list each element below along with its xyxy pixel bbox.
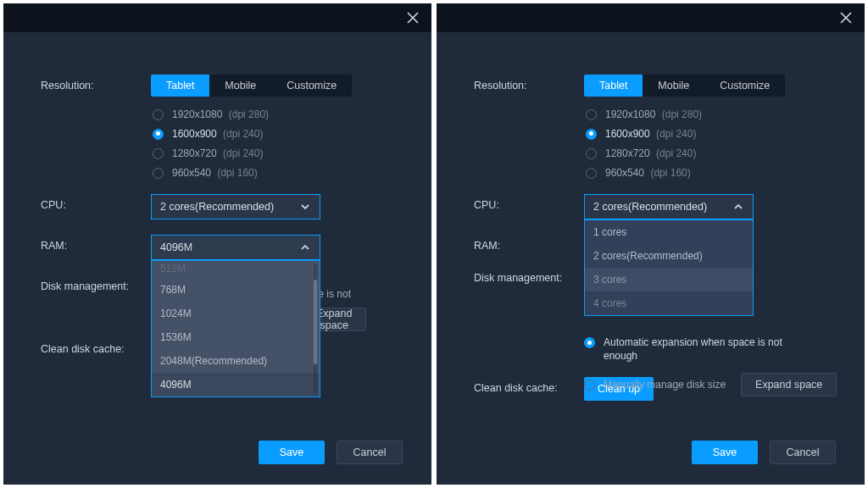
disk-auto-text: Automatic expansion when space is not en… bbox=[604, 336, 798, 363]
cpu-option[interactable]: 3 cores bbox=[585, 268, 753, 291]
ram-option[interactable]: 768M bbox=[152, 278, 320, 302]
resolution-option[interactable]: 1280x720 (dpi 240) bbox=[153, 147, 352, 159]
ram-label: RAM: bbox=[41, 235, 151, 252]
expand-space-button[interactable]: Expand space bbox=[741, 373, 837, 396]
resolution-radios: 1920x1080 (dpi 280) 1600x900 (dpi 240) 1… bbox=[153, 108, 352, 179]
resolution-label: Resolution: bbox=[474, 75, 584, 92]
radio-icon bbox=[153, 109, 164, 120]
cache-label: Clean disk cache: bbox=[474, 377, 584, 394]
radio-icon bbox=[153, 148, 164, 159]
titlebar bbox=[3, 3, 431, 32]
tab-mobile[interactable]: Mobile bbox=[209, 75, 271, 97]
resolution-option[interactable]: 1600x900 (dpi 240) bbox=[586, 128, 785, 140]
resolution-option[interactable]: 960x540 (dpi 160) bbox=[153, 167, 352, 179]
resolution-option[interactable]: 1600x900 (dpi 240) bbox=[153, 128, 352, 140]
cpu-label: CPU: bbox=[41, 194, 151, 211]
tab-tablet[interactable]: Tablet bbox=[151, 75, 209, 97]
tab-customize[interactable]: Customize bbox=[271, 75, 352, 97]
resolution-tabs: Tablet Mobile Customize bbox=[584, 75, 785, 97]
radio-icon bbox=[153, 129, 164, 140]
ram-dropdown: 512M 768M 1024M 1536M 2048M(Recommended)… bbox=[151, 260, 320, 397]
resolution-option[interactable]: 1920x1080 (dpi 280) bbox=[153, 108, 352, 120]
radio-icon bbox=[586, 129, 597, 140]
resolution-label: Resolution: bbox=[41, 75, 151, 92]
resolution-tabs: Tablet Mobile Customize bbox=[151, 75, 352, 97]
settings-panel-left: Resolution: Tablet Mobile Customize 1920… bbox=[3, 3, 431, 485]
cpu-select[interactable]: 2 cores(Recommended) 1 cores 2 cores(Rec… bbox=[584, 194, 754, 219]
ram-select[interactable]: 4096M 512M 768M 1024M 1536M 2048M(Recomm… bbox=[151, 235, 320, 260]
resolution-option[interactable]: 1280x720 (dpi 240) bbox=[586, 147, 785, 159]
titlebar bbox=[437, 3, 865, 32]
resolution-radios: 1920x1080 (dpi 280) 1600x900 (dpi 240) 1… bbox=[586, 108, 785, 179]
tab-mobile[interactable]: Mobile bbox=[643, 75, 704, 97]
resolution-option[interactable]: 1920x1080 (dpi 280) bbox=[586, 108, 785, 120]
cpu-select-value: 2 cores(Recommended) bbox=[160, 201, 274, 213]
cpu-option[interactable]: 2 cores(Recommended) bbox=[585, 244, 753, 268]
disk-manual-text: Manually manage disk size bbox=[604, 378, 726, 391]
disk-label: Disk management: bbox=[41, 275, 151, 292]
chevron-down-icon bbox=[299, 201, 311, 213]
ram-select-value: 4096M bbox=[160, 241, 192, 253]
radio-icon bbox=[584, 337, 595, 348]
ram-label: RAM: bbox=[474, 235, 584, 252]
save-button[interactable]: Save bbox=[259, 441, 325, 464]
radio-icon bbox=[153, 168, 164, 179]
settings-panel-right: Resolution: Tablet Mobile Customize 1920… bbox=[437, 3, 865, 485]
cpu-option[interactable]: 4 cores bbox=[585, 291, 753, 315]
scrollbar-thumb[interactable] bbox=[314, 280, 317, 364]
cpu-label: CPU: bbox=[474, 194, 584, 211]
cancel-button[interactable]: Cancel bbox=[337, 441, 403, 464]
disk-auto-option[interactable]: Automatic expansion when space is not en… bbox=[584, 336, 848, 363]
cpu-option[interactable]: 1 cores bbox=[585, 220, 753, 244]
disk-manual-option[interactable]: Manually manage disk size Expand space bbox=[584, 373, 848, 396]
cache-label: Clean disk cache: bbox=[41, 338, 151, 355]
radio-icon bbox=[586, 109, 597, 120]
ram-option[interactable]: 4096M bbox=[152, 373, 320, 396]
radio-icon bbox=[586, 168, 597, 179]
cpu-dropdown: 1 cores 2 cores(Recommended) 3 cores 4 c… bbox=[584, 219, 754, 316]
cancel-button[interactable]: Cancel bbox=[770, 441, 836, 464]
resolution-option[interactable]: 960x540 (dpi 160) bbox=[586, 167, 785, 179]
cpu-select[interactable]: 2 cores(Recommended) bbox=[151, 194, 320, 219]
ram-option[interactable]: 2048M(Recommended) bbox=[152, 349, 320, 373]
ram-option[interactable]: 512M bbox=[152, 261, 320, 278]
disk-label: Disk management: bbox=[474, 267, 584, 284]
tab-tablet[interactable]: Tablet bbox=[584, 75, 643, 97]
tab-customize[interactable]: Customize bbox=[704, 75, 785, 97]
ram-option[interactable]: 1536M bbox=[152, 325, 320, 349]
save-button[interactable]: Save bbox=[692, 441, 758, 464]
chevron-up-icon bbox=[732, 201, 744, 213]
ram-option[interactable]: 1024M bbox=[152, 302, 320, 325]
radio-icon bbox=[584, 380, 595, 391]
cpu-select-value: 2 cores(Recommended) bbox=[593, 201, 707, 213]
radio-icon bbox=[586, 148, 597, 159]
chevron-up-icon bbox=[299, 241, 311, 253]
close-icon[interactable] bbox=[406, 11, 420, 25]
close-icon[interactable] bbox=[839, 11, 853, 25]
